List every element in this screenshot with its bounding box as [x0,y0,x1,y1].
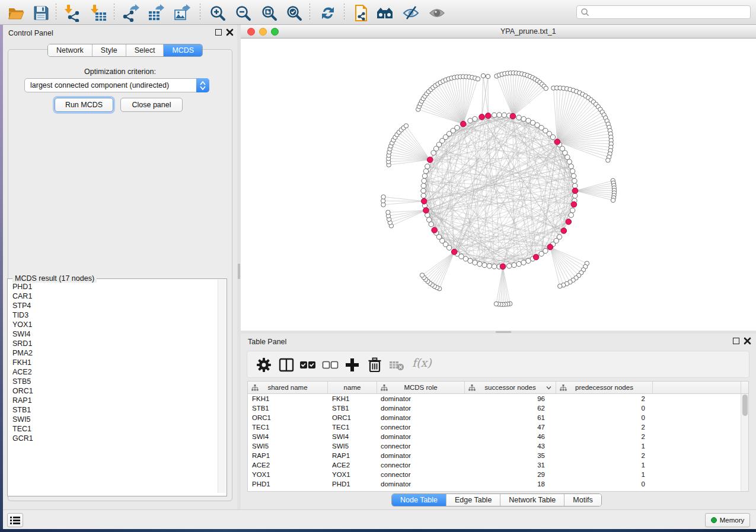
mcds-result-item[interactable]: TEC1 [8,424,217,434]
mcds-result-item[interactable]: YOX1 [8,320,217,329]
table-row[interactable]: RAP1RAP1dominator352 [248,451,741,460]
mcds-result-item[interactable]: PHD1 [8,282,217,291]
float-panel-icon[interactable] [215,29,222,36]
close-panel-button[interactable]: Close panel [120,98,183,112]
mcds-result-item[interactable]: ORC1 [8,386,217,396]
column-header-name[interactable]: name [328,382,377,393]
table-cell: FKH1 [328,394,377,403]
table-cell: ACE2 [328,460,377,470]
network-from-document-icon[interactable] [352,4,370,22]
mcds-result-item[interactable]: STB1 [8,405,217,415]
delete-table-icon[interactable] [388,357,405,373]
search-network-binoculars-icon[interactable] [376,4,394,22]
optimization-criterion-select[interactable]: largest connected component (undirected) [24,78,209,92]
zoom-in-icon[interactable] [209,4,227,22]
function-builder-icon[interactable]: f(x) [412,356,432,369]
import-network-icon[interactable] [64,4,82,22]
column-header-shared-name[interactable]: shared name [248,382,328,393]
table-cell [653,451,741,460]
mcds-result-item[interactable]: PMA2 [8,348,217,358]
search-box[interactable] [576,5,751,19]
table-cell: SWI5 [248,441,328,451]
mcds-result-item[interactable]: RAP1 [8,396,217,405]
table-row[interactable]: ACE2ACE2connector311 [248,460,741,470]
table-row[interactable]: SWI4SWI4dominator462 [248,432,741,441]
zoom-fit-icon[interactable] [260,4,278,22]
network-view-window: YPA_prune.txt_1 [241,25,756,331]
export-image-icon[interactable] [173,4,191,22]
table-settings-gear-icon[interactable] [256,357,272,373]
mcds-result-item[interactable]: ACE2 [8,367,217,377]
table-row[interactable]: SWI5SWI5connector431 [248,441,741,451]
network-window-titlebar[interactable]: YPA_prune.txt_1 [241,25,756,39]
column-header-successor-nodes[interactable]: successor nodes [465,382,556,393]
table-row[interactable]: TEC1TEC1connector472 [248,422,741,432]
tab-mcds[interactable]: MCDS [164,44,202,56]
table-row[interactable]: YOX1YOX1connector291 [248,470,741,479]
task-history-button[interactable] [7,513,23,527]
table-tab-motifs[interactable]: Motifs [564,494,601,506]
tab-style[interactable]: Style [92,44,126,56]
table-tab-edge-table[interactable]: Edge Table [446,494,500,506]
tab-network[interactable]: Network [48,44,92,56]
table-cell: 31 [465,460,556,470]
network-graph[interactable] [241,39,756,331]
mcds-result-item[interactable]: SWI4 [8,329,217,339]
mcds-result-item[interactable]: SWI5 [8,415,217,424]
mcds-result-scrollbar[interactable] [218,280,226,493]
table-cell: 29 [465,470,556,479]
column-type-icon [381,384,388,391]
window-zoom-icon[interactable] [271,28,279,36]
zoom-selected-icon[interactable] [285,4,303,22]
mcds-result-item[interactable]: CAR1 [8,291,217,301]
close-panel-icon[interactable] [226,28,234,36]
window-minimize-icon[interactable] [259,28,267,36]
show-details-eye-icon[interactable] [428,4,446,22]
mcds-result-item[interactable]: STB5 [8,377,217,386]
mcds-result-item[interactable]: STP4 [8,301,217,310]
window-close-icon[interactable] [247,28,255,36]
table-tab-network-table[interactable]: Network Table [500,494,564,506]
table-cell [653,413,741,422]
float-table-panel-icon[interactable] [733,338,739,344]
node-table-scrollbar[interactable] [741,394,748,491]
export-table-icon[interactable] [147,4,165,22]
show-columns-icon[interactable] [278,357,295,373]
memory-button[interactable]: Memory [705,513,750,527]
column-header-MCDS-role[interactable]: MCDS role [377,382,465,393]
deselect-all-icon[interactable] [322,357,339,373]
import-table-icon[interactable] [90,4,108,22]
mcds-result-item[interactable]: GCR1 [8,434,217,443]
control-panel-title: Control Panel [8,29,53,37]
table-row[interactable]: FKH1FKH1dominator962 [248,394,741,403]
select-all-icon[interactable] [299,357,316,373]
table-tab-node-table[interactable]: Node Table [392,494,446,506]
table-cell: SWI4 [248,432,328,441]
run-mcds-button[interactable]: Run MCDS [55,98,113,112]
mcds-result-item[interactable]: SRD1 [8,339,217,348]
table-row[interactable]: STB1STB1dominator620 [248,403,741,413]
search-input[interactable] [589,6,750,18]
column-header-predecessor-nodes[interactable]: predecessor nodes [556,382,653,393]
close-table-panel-icon[interactable] [744,337,751,345]
optimization-criterion-label: Optimization criterion: [3,68,237,76]
table-cell [653,422,741,432]
zoom-out-icon[interactable] [234,4,252,22]
table-row[interactable]: PHD1PHD1dominator180 [248,479,741,489]
hide-details-eye-slash-icon[interactable] [402,4,420,22]
tab-select[interactable]: Select [126,44,164,56]
table-cell: TEC1 [248,422,328,432]
mcds-result-item[interactable]: FKH1 [8,358,217,367]
mcds-result-list: PHD1CAR1STP4TID3YOX1SWI4SRD1PMA2FKH1ACE2… [8,282,217,493]
export-network-icon[interactable] [122,4,139,22]
add-row-plus-icon[interactable] [344,357,361,373]
table-cell [653,403,741,413]
mcds-result-item[interactable]: TID3 [8,310,217,320]
table-row[interactable]: ORC1ORC1dominator610 [248,413,741,422]
refresh-layout-icon[interactable] [319,4,337,22]
open-file-icon[interactable] [7,4,25,22]
delete-row-trash-icon[interactable] [366,357,383,373]
save-session-icon[interactable] [32,4,50,22]
list-icon [10,516,20,524]
scrollbar-thumb[interactable] [742,395,748,416]
